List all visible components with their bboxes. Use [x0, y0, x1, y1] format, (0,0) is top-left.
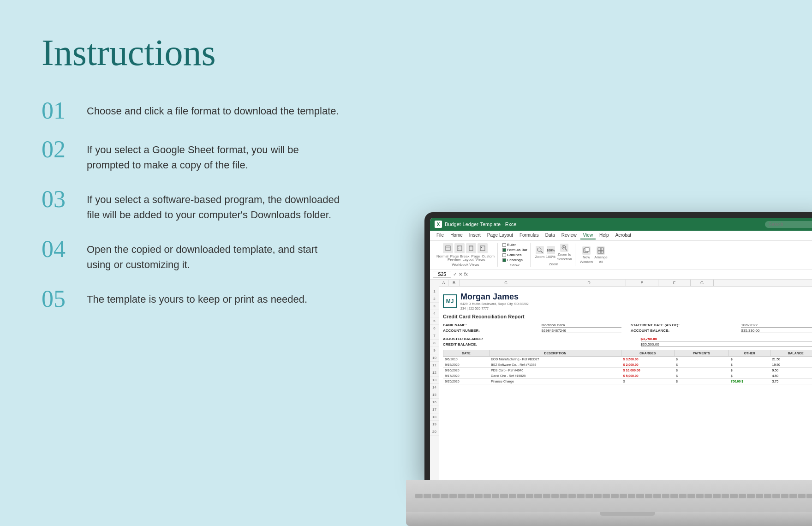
menu-formulas[interactable]: Formulas	[517, 232, 542, 239]
account-balance-label: ACCOUNT BALANCE:	[631, 329, 732, 333]
titlebar-left: X Budget-Ledger-Template - Excel	[435, 221, 518, 228]
balance-fields: ADJUSTED BALANCE: $3,750.00 CREDIT BALAN…	[443, 337, 812, 347]
zoom-selection-icon[interactable]	[560, 244, 568, 252]
keyboard-key	[739, 494, 746, 498]
row5-balance: 3.75	[770, 378, 812, 384]
keyboard-key	[603, 494, 610, 498]
zoom-icon-label: Zoom	[535, 255, 544, 259]
formula-bar-checkbox-item[interactable]: Formula Bar	[502, 248, 527, 252]
date-header: DATE	[443, 350, 490, 356]
page-layout-icon[interactable]	[466, 243, 476, 253]
header-row: DATE DESCRIPTION CHARGES PAYMENTS OTHER …	[443, 350, 812, 356]
row2-payments: $	[674, 362, 729, 367]
excel-title-text: Budget-Ledger-Template - Excel	[445, 221, 518, 227]
headings-label: Headings	[507, 258, 523, 262]
row3-other: $	[729, 367, 770, 373]
row1-payments: $	[674, 356, 729, 362]
row-19: 19	[430, 421, 439, 428]
headings-checkbox[interactable]	[502, 258, 506, 262]
step-text-4: Open the copied or downloaded template, …	[87, 239, 341, 272]
row2-balance: 19.50	[770, 362, 812, 367]
arrange-all-icon[interactable]	[597, 246, 605, 255]
menu-page-layout[interactable]: Page Layout	[484, 232, 516, 239]
row-9: 9	[430, 347, 439, 354]
company-header: MJ Morgan James 6429 D Muths Boulevard, …	[443, 292, 812, 311]
row4-date: 9/17/2020	[443, 373, 490, 378]
row-20: 20	[430, 428, 439, 436]
keyboard-key	[798, 494, 806, 498]
page-break-preview-icon[interactable]	[454, 243, 465, 253]
right-section: X Budget-Ledger-Template - Excel File Ho…	[378, 212, 812, 526]
excel-grid-wrapper: 1 2 3 4 5 6 7 8 9 10 11	[430, 280, 812, 480]
zoom-group: Zoom 100% 100%	[532, 244, 575, 266]
keyboard-key	[764, 494, 771, 498]
row-13: 13	[430, 377, 439, 384]
adjusted-balance-value: $3,750.00	[641, 337, 812, 341]
steps-list: 01 Choose and click a file format to dow…	[42, 101, 341, 311]
menu-insert[interactable]: Insert	[466, 232, 484, 239]
row2-desc: BSZ Software Co. - Ref #71389	[489, 362, 621, 367]
new-window-icon[interactable]	[582, 246, 591, 255]
keyboard-key	[577, 494, 584, 498]
custom-views-icon[interactable]	[478, 243, 488, 253]
keyboard-key	[679, 494, 687, 498]
cell-reference-input[interactable]	[433, 271, 451, 278]
svg-rect-19	[601, 251, 603, 253]
preview-label: Preview	[448, 257, 460, 262]
keyboard-key	[670, 494, 678, 498]
zoom-icon[interactable]	[536, 246, 544, 254]
ruler-checkbox-item[interactable]: Ruler	[502, 243, 527, 247]
spreadsheet-content: MJ Morgan James 6429 D Muths Boulevard, …	[439, 287, 812, 480]
menu-view[interactable]: View	[580, 232, 596, 239]
row2-charges: $ 2,000.00	[621, 362, 674, 367]
svg-rect-4	[469, 246, 473, 251]
company-address-1: 6429 D Muths Boulevard, Rapid City, SD 8…	[460, 302, 529, 306]
keyboard-key	[424, 494, 431, 498]
menu-review[interactable]: Review	[559, 232, 579, 239]
zoom-100-icon[interactable]: 100%	[547, 246, 555, 254]
formula-insert-icon: fx	[464, 272, 468, 277]
row4-desc: David Cho - Ref #19028	[489, 373, 621, 378]
row-15: 15	[430, 391, 439, 399]
keyboard-key	[551, 494, 559, 498]
gridlines-checkbox[interactable]	[502, 253, 506, 257]
menu-acrobat[interactable]: Acrobat	[613, 232, 634, 239]
menu-home[interactable]: Home	[448, 232, 466, 239]
normal-view-icon[interactable]	[443, 243, 453, 253]
formula-bar-checkbox[interactable]	[502, 248, 506, 252]
keyboard-key	[628, 494, 635, 498]
keyboard-key	[611, 494, 618, 498]
keyboard-key	[526, 494, 533, 498]
step-number-4: 04	[42, 237, 74, 261]
table-row: 9/15/2020 BSZ Software Co. - Ref #71389 …	[443, 362, 812, 367]
menu-data[interactable]: Data	[543, 232, 558, 239]
row-5: 5	[430, 317, 439, 325]
window-icons: New Window Arrange All	[580, 246, 608, 264]
keyboard-key	[585, 494, 593, 498]
row1-desc: EOD Manufacturing - Ref #B3027	[489, 356, 621, 362]
excel-ribbon-toolbar: Normal Page Break Page Custom Preview La…	[430, 241, 812, 269]
col-c-header: C	[460, 280, 552, 286]
row-3: 3	[430, 303, 439, 310]
menu-file[interactable]: File	[434, 232, 447, 239]
headings-checkbox-item[interactable]: Headings	[502, 258, 527, 262]
col-d-header: D	[552, 280, 626, 286]
step-text-3: If you select a software-based program, …	[87, 189, 341, 222]
row-11: 11	[430, 362, 439, 369]
balance-header: BALANCE	[770, 350, 812, 356]
excel-search-input[interactable]	[765, 221, 812, 228]
menu-help[interactable]: Help	[597, 232, 612, 239]
svg-point-8	[537, 248, 541, 251]
ruler-checkbox[interactable]	[502, 243, 506, 247]
keyboard-key	[441, 494, 448, 498]
arrange-all-label2: All	[599, 260, 603, 264]
step-text-2: If you select a Google Sheet format, you…	[87, 139, 341, 173]
keyboard-key	[705, 494, 712, 498]
description-header: DESCRIPTION	[489, 350, 621, 356]
step-number-5: 05	[42, 287, 74, 311]
row3-desc: PDS Corp - Ref #4946	[489, 367, 621, 373]
zoom-to-sel-label: Zoom to	[558, 252, 571, 257]
company-name: Morgan James	[460, 292, 529, 302]
gridlines-checkbox-item[interactable]: Gridlines	[502, 253, 527, 257]
keyboard-key	[730, 494, 737, 498]
